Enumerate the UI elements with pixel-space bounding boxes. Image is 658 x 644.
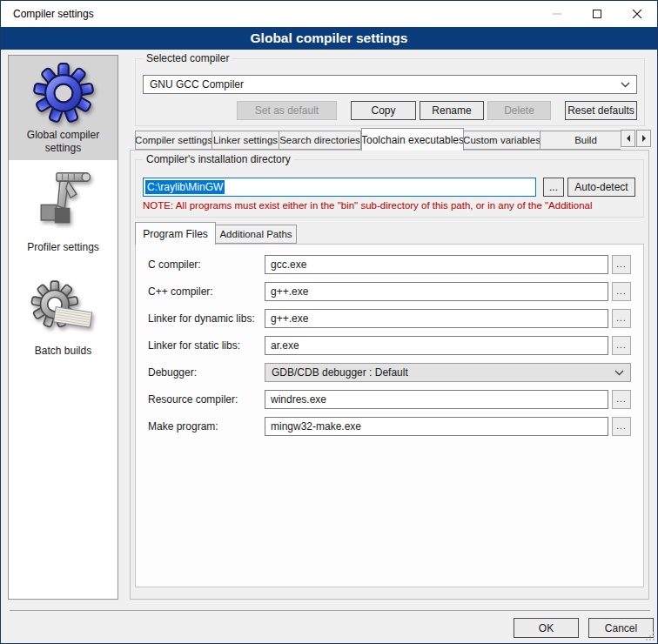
sidebar-item-label: Global compiler settings [10, 129, 116, 154]
tab-compiler-settings[interactable]: Compiler settings [135, 131, 212, 150]
caliper-icon [34, 171, 93, 237]
program-files-panel: C compiler:gcc.exe...C++ compiler:g++.ex… [135, 244, 644, 587]
selected-compiler-combobox[interactable]: GNU GCC Compiler [143, 75, 637, 94]
program-files-tabs: Program FilesAdditional Paths [135, 221, 483, 245]
field-row-linker-for-static-libs: Linker for static libs:ar.exe... [148, 336, 631, 355]
sidebar-item-global-compiler-settings[interactable]: Global compiler settings [9, 56, 118, 160]
minimize-button[interactable] [537, 1, 577, 27]
tab-additional-paths[interactable]: Additional Paths [216, 225, 297, 244]
field-value: mingw32-make.exe [271, 420, 361, 433]
field-row-linker-for-dynamic-libs: Linker for dynamic libs:g++.exe... [148, 309, 631, 328]
set-as-default-button[interactable]: Set as default [237, 101, 337, 120]
sidebar-item-label: Batch builds [35, 345, 91, 357]
delete-button[interactable]: Delete [487, 101, 551, 120]
field-label: Linker for static libs: [148, 339, 265, 352]
resize-grip[interactable] [646, 632, 655, 641]
tab-custom-variables[interactable]: Custom variables [464, 131, 540, 150]
minimize-icon [553, 10, 561, 18]
resize-grip-icon [646, 632, 655, 641]
maximize-button[interactable] [577, 1, 617, 27]
installation-directory-input[interactable]: C:\raylib\MinGW [143, 178, 536, 197]
ok-button[interactable]: OK [514, 618, 579, 638]
resource-compiler-input[interactable]: windres.exe [265, 390, 608, 409]
maximize-icon [593, 10, 601, 18]
window-title: Compiler settings [13, 1, 94, 27]
tab-linker-settings[interactable]: Linker settings [212, 131, 279, 150]
tab-toolchain-executables[interactable]: Toolchain executables [361, 128, 464, 151]
auto-detect-button[interactable]: Auto-detect [567, 178, 635, 197]
field-label: Debugger: [148, 366, 265, 379]
compiler-settings-window: Compiler settings Global compiler settin… [0, 0, 658, 644]
field-label: C compiler: [148, 258, 265, 271]
installation-directory-group: Compiler's installation directory C:\ray… [135, 159, 644, 218]
reset-defaults-button[interactable]: Reset defaults [565, 101, 637, 120]
selected-compiler-group-label: Selected compiler [143, 52, 232, 64]
field-row-c-compiler: C compiler:gcc.exe... [148, 255, 631, 274]
field-label: Resource compiler: [148, 393, 265, 406]
linker-for-dynamic-libs-browse-button[interactable]: ... [612, 309, 631, 328]
installation-directory-value: C:\raylib\MinGW [145, 180, 225, 194]
field-row-resource-compiler: Resource compiler:windres.exe... [148, 390, 631, 409]
batch-gear-icon [30, 276, 97, 340]
tab-scrollers [621, 130, 651, 147]
field-label: C++ compiler: [148, 285, 265, 298]
installation-directory-browse-button[interactable]: ... [543, 178, 564, 197]
make-program-browse-button[interactable]: ... [612, 417, 631, 436]
compiler-actions-row: Set as defaultCopyRenameDeleteReset defa… [143, 101, 637, 120]
field-row-debugger: Debugger:GDB/CDB debugger : Default [148, 363, 631, 382]
selected-compiler-group: Selected compiler GNU GCC Compiler Set a… [135, 58, 645, 126]
dialog-header-title: Global compiler settings [1, 27, 657, 50]
sidebar-item-label: Profiler settings [27, 241, 99, 253]
triangle-left-icon [625, 135, 632, 142]
c-compiler-browse-button[interactable]: ... [612, 255, 631, 274]
tab-build[interactable]: Build [540, 131, 621, 150]
field-label: Linker for dynamic libs: [148, 312, 265, 325]
field-label: Make program: [148, 420, 265, 433]
field-value: gcc.exe [271, 258, 306, 271]
sidebar-item-batch-builds[interactable]: Batch builds [9, 265, 118, 369]
field-row-c-compiler: C++ compiler:g++.exe... [148, 282, 631, 301]
settings-tabs: Compiler settingsLinker settingsSearch d… [135, 127, 621, 151]
sidebar-item-profiler-settings[interactable]: Profiler settings [9, 160, 118, 265]
titlebar: Compiler settings [1, 1, 657, 27]
footer-divider [10, 610, 650, 611]
resource-compiler-browse-button[interactable]: ... [612, 390, 631, 409]
c-compiler-browse-button[interactable]: ... [612, 282, 631, 301]
rename-button[interactable]: Rename [420, 101, 484, 120]
linker-for-dynamic-libs-input[interactable]: g++.exe [265, 309, 608, 328]
caption-buttons [537, 1, 657, 27]
close-icon [633, 10, 641, 18]
field-value: ar.exe [271, 339, 299, 352]
tab-search-directories[interactable]: Search directories [279, 131, 361, 150]
gear-blue-icon [32, 62, 95, 124]
field-value: windres.exe [271, 393, 326, 406]
c-compiler-input[interactable]: g++.exe [265, 282, 608, 301]
field-row-make-program: Make program:mingw32-make.exe... [148, 417, 631, 436]
copy-button[interactable]: Copy [351, 101, 416, 120]
field-value: g++.exe [271, 312, 308, 325]
installation-directory-row: C:\raylib\MinGW ... Auto-detect [143, 178, 636, 197]
chevron-down-icon [614, 370, 624, 376]
close-button[interactable] [617, 1, 657, 27]
c-compiler-input[interactable]: gcc.exe [265, 255, 608, 274]
settings-category-sidebar: Global compiler settings Profiler settin… [8, 55, 118, 600]
tab-scroll-left-button[interactable] [621, 130, 635, 147]
installation-directory-group-label: Compiler's installation directory [143, 153, 294, 165]
make-program-input[interactable]: mingw32-make.exe [265, 417, 608, 436]
selected-compiler-value: GNU GCC Compiler [150, 78, 621, 91]
linker-for-static-libs-input[interactable]: ar.exe [265, 336, 608, 355]
triangle-right-icon [641, 135, 648, 142]
bin-subdirectory-note: NOTE: All programs must exist either in … [143, 200, 636, 211]
linker-for-static-libs-browse-button[interactable]: ... [612, 336, 631, 355]
cancel-button[interactable]: Cancel [588, 618, 654, 638]
tab-program-files[interactable]: Program Files [135, 222, 216, 245]
chevron-down-icon [621, 82, 630, 88]
field-value: g++.exe [271, 285, 308, 298]
field-value: GDB/CDB debugger : Default [272, 366, 614, 379]
tab-scroll-right-button[interactable] [636, 130, 651, 147]
debugger-select[interactable]: GDB/CDB debugger : Default [265, 363, 631, 382]
